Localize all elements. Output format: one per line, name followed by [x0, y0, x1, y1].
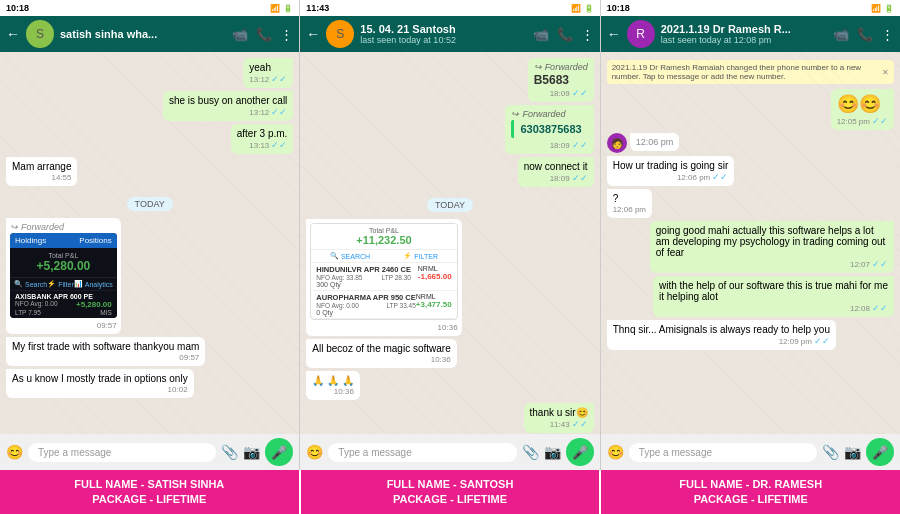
mic-button-2[interactable]: 🎤 [566, 438, 594, 466]
footer-row: FULL NAME - SATISH SINHA PACKAGE - LIFET… [0, 470, 900, 514]
forward-icon-1: ↪ [10, 222, 18, 232]
footer-text-1: FULL NAME - SATISH SINHA PACKAGE - LIFET… [74, 477, 224, 508]
forward-icon-2b: ↪ [511, 109, 519, 119]
chat-body-1: yeah 13:12 ✓✓ she is busy on another cal… [0, 52, 299, 434]
emoji-input-icon-1[interactable]: 😊 [6, 444, 23, 460]
msg-2-4: Total P&L +11,232.50 🔍 SEARCH ⚡ FILTER H… [306, 219, 461, 336]
footer-name-2: FULL NAME - SANTOSH [387, 478, 514, 490]
msg-3-4: ? 12:06 pm [607, 189, 652, 218]
mic-button-3[interactable]: 🎤 [866, 438, 894, 466]
battery-icon-1: 🔋 [283, 4, 293, 13]
camera-icon-3[interactable]: 📷 [844, 444, 861, 460]
time-1: 10:18 [6, 3, 29, 13]
tick-3-7: ✓✓ [814, 336, 830, 346]
msg-3-7: Thnq sir... Amisignals is always ready t… [607, 320, 836, 350]
status-icons-1: 📶 🔋 [270, 4, 293, 13]
msg-2-2: ↪ Forwarded 6303875683 18:09 ✓✓ [505, 105, 593, 154]
back-button-1[interactable]: ← [6, 26, 20, 42]
msg-2-5: All becoz of the magic software 10:36 [306, 339, 456, 368]
footer-package-3: PACKAGE - LIFETIME [694, 493, 808, 505]
header-icons-3: 📹 📞 ⋮ [833, 27, 894, 42]
video-icon-3[interactable]: 📹 [833, 27, 849, 42]
menu-icon-3[interactable]: ⋮ [881, 27, 894, 42]
time-3: 10:18 [607, 3, 630, 13]
chat-header-1: ← S satish sinha wha... 📹 📞 ⋮ [0, 16, 299, 52]
tick-2-1: ✓✓ [572, 88, 588, 98]
attach-icon-1[interactable]: 📎 [221, 444, 238, 460]
message-input-3[interactable]: Type a message [629, 443, 817, 462]
call-icon-3[interactable]: 📞 [857, 27, 873, 42]
camera-icon-1[interactable]: 📷 [243, 444, 260, 460]
phone-number-2: 6303875683 [511, 120, 587, 138]
attach-icon-2[interactable]: 📎 [522, 444, 539, 460]
contact-status-3: last seen today at 12:08 pm [661, 35, 827, 45]
chat-input-1: 😊 Type a message 📎 📷 🎤 [0, 434, 299, 470]
msg-3-1: 😊😊 12:05 pm ✓✓ [831, 89, 894, 130]
msg-1-5: ↪ Forwarded Holdings Positions Total P&L… [6, 218, 121, 334]
tick-2-2: ✓✓ [572, 140, 588, 150]
message-input-1[interactable]: Type a message [28, 443, 216, 462]
header-icons-1: 📹 📞 ⋮ [232, 27, 293, 42]
chats-row: 10:18 📶 🔋 ← S satish sinha wha... 📹 📞 ⋮ [0, 0, 900, 470]
status-bar-2: 11:43 📶 🔋 [300, 0, 599, 16]
back-button-3[interactable]: ← [607, 26, 621, 42]
attach-icon-3[interactable]: 📎 [822, 444, 839, 460]
msg-3-2: 12:06 pm [630, 133, 680, 151]
footer-cell-3: FULL NAME - DR. RAMESH PACKAGE - LIFETIM… [601, 470, 900, 514]
time-2: 11:43 [306, 3, 329, 13]
chat-header-2: ← S 15. 04. 21 Santosh last seen today a… [300, 16, 599, 52]
emoji-input-icon-3[interactable]: 😊 [607, 444, 624, 460]
notification-bar-3: 2021.1.19 Dr Ramesh Ramaiah changed thei… [607, 60, 894, 84]
footer-text-2: FULL NAME - SANTOSH PACKAGE - LIFETIME [387, 477, 514, 508]
contact-info-1: satish sinha wha... [60, 28, 226, 40]
forward-icon-2a: ↪ [534, 62, 542, 72]
day-divider-2: TODAY [306, 194, 593, 212]
notification-text-3: 2021.1.19 Dr Ramesh Ramaiah changed thei… [612, 63, 882, 81]
msg-1-7: As u know I mostly trade in options only… [6, 369, 194, 398]
msg-3-6: with the help of our software this is tr… [653, 276, 894, 317]
camera-icon-2[interactable]: 📷 [544, 444, 561, 460]
search-icon-sc1: 🔍 [14, 280, 23, 288]
call-icon-2[interactable]: 📞 [557, 27, 573, 42]
emoji-input-icon-2[interactable]: 😊 [306, 444, 323, 460]
back-button-2[interactable]: ← [306, 26, 320, 42]
avatar-2: S [326, 20, 354, 48]
status-bar-1: 10:18 📶 🔋 [0, 0, 299, 16]
close-notif-3[interactable]: ✕ [882, 68, 889, 77]
footer-cell-2: FULL NAME - SANTOSH PACKAGE - LIFETIME [301, 470, 602, 514]
signal-icon-2: 📶 [571, 4, 581, 13]
msg-1-6: My first trade with software thankyou ma… [6, 337, 205, 366]
day-divider-1: TODAY [6, 193, 293, 211]
filter-icon-sc2: ⚡ [403, 252, 412, 260]
msg-2-6: 🙏 🙏 🙏 10:36 [306, 371, 360, 400]
tick-1-1: ✓✓ [271, 74, 287, 84]
menu-icon-1[interactable]: ⋮ [280, 27, 293, 42]
screenshot-card-1: Holdings Positions Total P&L +5,280.00 🔍… [10, 233, 117, 318]
header-icons-2: 📹 📞 ⋮ [533, 27, 594, 42]
tick-1-2: ✓✓ [271, 107, 287, 117]
message-input-2[interactable]: Type a message [328, 443, 516, 462]
menu-icon-2[interactable]: ⋮ [581, 27, 594, 42]
battery-icon-3: 🔋 [884, 4, 894, 13]
status-icons-2: 📶 🔋 [571, 4, 594, 13]
msg-1-1: yeah 13:12 ✓✓ [243, 58, 293, 88]
tick-2-7: ✓✓ [572, 419, 588, 429]
contact-name-3: 2021.1.19 Dr Ramesh R... [661, 23, 827, 35]
video-icon-1[interactable]: 📹 [232, 27, 248, 42]
msg-2-7: thank u sir😊 11:43 ✓✓ [524, 403, 594, 433]
signal-icon-1: 📶 [270, 4, 280, 13]
contact-name-2: 15. 04. 21 Santosh [360, 23, 526, 35]
chat-body-3: 2021.1.19 Dr Ramesh Ramaiah changed thei… [601, 52, 900, 434]
footer-text-3: FULL NAME - DR. RAMESH PACKAGE - LIFETIM… [679, 477, 822, 508]
contact-name-1: satish sinha wha... [60, 28, 226, 40]
video-icon-2[interactable]: 📹 [533, 27, 549, 42]
tick-3-3: ✓✓ [712, 172, 728, 182]
msg-3-2-container: 🧑 12:06 pm [607, 133, 680, 153]
mic-button-1[interactable]: 🎤 [265, 438, 293, 466]
filter-icon-sc1: ⚡ [47, 280, 56, 288]
chat-panel-3: 10:18 📶 🔋 ← R 2021.1.19 Dr Ramesh R... l… [601, 0, 900, 470]
call-icon-1[interactable]: 📞 [256, 27, 272, 42]
contact-status-2: last seen today at 10:52 [360, 35, 526, 45]
footer-name-1: FULL NAME - SATISH SINHA [74, 478, 224, 490]
msg-1-3: after 3 p.m. 13:13 ✓✓ [231, 124, 294, 154]
